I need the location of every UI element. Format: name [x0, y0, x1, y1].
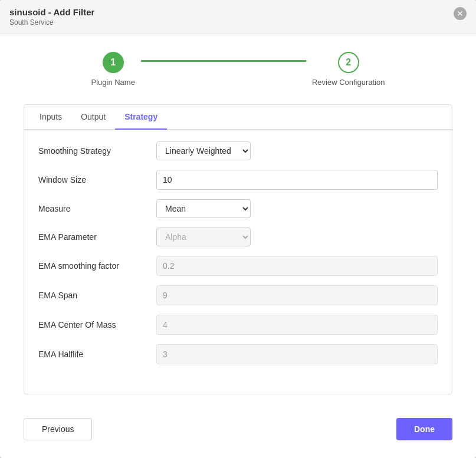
modal-subtitle: South Service: [9, 18, 94, 27]
step-2-label: Review Configuration: [312, 78, 385, 87]
control-ema-parameter: Alpha Span Halflife: [156, 228, 438, 246]
select-smoothing-strategy[interactable]: Simple Linearly Weighted Exponential: [156, 141, 251, 160]
row-window-size: Window Size: [38, 170, 438, 190]
row-ema-span: EMA Span 9: [38, 285, 438, 305]
control-ema-halflife: 3: [156, 344, 438, 364]
row-ema-center-of-mass: EMA Center Of Mass 4: [38, 315, 438, 335]
stepper: 1 Plugin Name 2 Review Configuration: [24, 52, 452, 87]
control-ema-center-of-mass: 4: [156, 315, 438, 335]
row-ema-smoothing-factor: EMA smoothing factor 0.2: [38, 256, 438, 276]
readonly-ema-smoothing-factor: 0.2: [156, 256, 438, 276]
modal-container: sinusoid - Add Filter South Service ✕ 1 …: [0, 0, 476, 458]
control-measure: Mean Median: [156, 199, 438, 218]
tab-container: Inputs Output Strategy Smoothing Strateg…: [24, 104, 452, 394]
label-smoothing-strategy: Smoothing Strategy: [38, 146, 156, 156]
row-measure: Measure Mean Median: [38, 199, 438, 218]
previous-button[interactable]: Previous: [24, 418, 92, 440]
tab-strategy-content: Smoothing Strategy Simple Linearly Weigh…: [24, 130, 452, 385]
modal-footer: Previous Done: [0, 406, 476, 458]
select-measure[interactable]: Mean Median: [156, 199, 251, 218]
control-ema-smoothing-factor: 0.2: [156, 256, 438, 276]
input-window-size[interactable]: [156, 170, 438, 190]
modal-body: 1 Plugin Name 2 Review Configuration Inp…: [0, 34, 476, 406]
modal-title-area: sinusoid - Add Filter South Service: [9, 7, 94, 27]
modal-header: sinusoid - Add Filter South Service ✕: [0, 0, 476, 34]
step-1: 1 Plugin Name: [91, 52, 134, 87]
label-measure: Measure: [38, 204, 156, 213]
control-ema-span: 9: [156, 285, 438, 305]
row-smoothing-strategy: Smoothing Strategy Simple Linearly Weigh…: [38, 141, 438, 160]
tab-strategy[interactable]: Strategy: [115, 105, 167, 130]
readonly-ema-halflife: 3: [156, 344, 438, 364]
close-button[interactable]: ✕: [454, 7, 467, 20]
tab-header: Inputs Output Strategy: [24, 105, 452, 130]
label-ema-halflife: EMA Halflife: [38, 350, 156, 359]
row-ema-parameter: EMA Parameter Alpha Span Halflife: [38, 228, 438, 246]
readonly-ema-span: 9: [156, 285, 438, 305]
modal-title: sinusoid - Add Filter: [9, 7, 94, 17]
step-2: 2 Review Configuration: [312, 52, 385, 87]
label-ema-parameter: EMA Parameter: [38, 232, 156, 242]
label-ema-span: EMA Span: [38, 291, 156, 300]
select-ema-parameter[interactable]: Alpha Span Halflife: [156, 228, 251, 246]
tab-output[interactable]: Output: [71, 105, 115, 130]
row-ema-halflife: EMA Halflife 3: [38, 344, 438, 364]
done-button[interactable]: Done: [396, 418, 452, 440]
step-2-circle: 2: [338, 52, 359, 73]
step-1-label: Plugin Name: [91, 78, 134, 87]
label-ema-center-of-mass: EMA Center Of Mass: [38, 320, 156, 330]
step-1-circle: 1: [103, 52, 124, 73]
tab-inputs[interactable]: Inputs: [30, 105, 71, 130]
label-window-size: Window Size: [38, 175, 156, 184]
step-connector: [141, 60, 306, 62]
control-smoothing-strategy: Simple Linearly Weighted Exponential: [156, 141, 438, 160]
control-window-size: [156, 170, 438, 190]
readonly-ema-center-of-mass: 4: [156, 315, 438, 335]
label-ema-smoothing-factor: EMA smoothing factor: [38, 261, 156, 271]
